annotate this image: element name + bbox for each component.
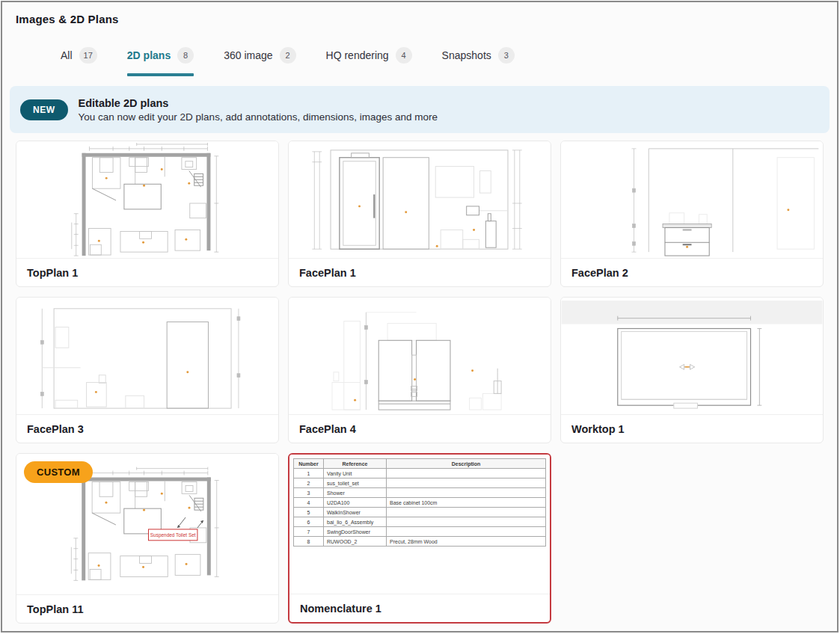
cell-reference: RUWOOD_2 (324, 537, 387, 547)
suspended-toilet-annotation: Suspended Toilet Set (148, 517, 203, 541)
table-row: 4 U2DA100 Base cabinet 100cm (294, 498, 546, 508)
cell-number: 2 (294, 478, 324, 488)
cell-reference: U2DA100 (324, 498, 387, 508)
faceplan-3-label-bar: FacePlan 3 (16, 414, 278, 443)
faceplan-4-thumbnail (289, 298, 551, 414)
cell-number: 6 (294, 517, 324, 527)
tab-snapshots-count-badge: 3 (498, 47, 515, 64)
cell-description (387, 527, 546, 537)
faceplan-2-thumbnail (561, 141, 823, 258)
topplan-1-drawing (16, 141, 278, 258)
faceplan-4-label-bar: FacePlan 4 (289, 414, 551, 443)
card-faceplan-1[interactable]: FacePlan 1 (288, 141, 551, 287)
tab-snapshots[interactable]: Snapshots 3 (442, 47, 515, 64)
tab-all-count-badge: 17 (79, 47, 97, 64)
cell-number: 7 (294, 527, 324, 537)
cell-number: 8 (294, 537, 324, 547)
card-faceplan-2[interactable]: FacePlan 2 (560, 141, 824, 287)
cell-reference: sus_toilet_set (324, 478, 387, 488)
new-badge: NEW (20, 99, 68, 120)
cell-reference: WalkInShower (324, 508, 387, 517)
tab-2d-plans-count-badge: 8 (177, 47, 194, 64)
card-topplan-1[interactable]: TopPlan 1 (16, 141, 279, 287)
faceplan-2-drawing (561, 141, 823, 258)
topplan-1-label-bar: TopPlan 1 (16, 258, 278, 286)
tab-all[interactable]: All 17 (61, 47, 97, 64)
nomenclature-1-label: Nomenclature 1 (300, 603, 381, 615)
table-row: 7 SwingDoorShower (294, 527, 546, 537)
faceplan-3-drawing (16, 298, 278, 414)
card-faceplan-3[interactable]: FacePlan 3 (16, 297, 279, 443)
cell-description (387, 508, 546, 517)
faceplan-2-label-bar: FacePlan 2 (561, 258, 823, 286)
cell-description (387, 469, 546, 478)
worktop-1-label: Worktop 1 (571, 423, 625, 435)
tab-hq-rendering-label: HQ rendering (326, 49, 389, 61)
faceplan-3-label: FacePlan 3 (27, 423, 84, 435)
tab-360-image-label: 360 image (224, 49, 272, 61)
images-and-2d-plans-panel: Images & 2D Plans All 17 2D plans 8 360 … (1, 1, 839, 633)
cell-number: 5 (294, 508, 324, 517)
banner-texts: Editable 2D plans You can now edit your … (79, 97, 438, 123)
suspended-toilet-annotation-text: Suspended Toilet Set (150, 532, 196, 538)
cell-number: 1 (294, 469, 324, 478)
worktop-1-label-bar: Worktop 1 (561, 414, 823, 443)
table-row: 3 Shower (294, 488, 546, 498)
nomenclature-header-row: Number Reference Description (294, 459, 546, 469)
faceplan-2-label: FacePlan 2 (571, 267, 628, 279)
cell-reference: Vanity Unit (324, 469, 387, 478)
faceplan-1-drawing (289, 141, 551, 258)
tab-2d-plans[interactable]: 2D plans 8 (127, 47, 194, 64)
nomenclature-header-reference: Reference (324, 459, 387, 469)
nomenclature-1-thumbnail: Number Reference Description 1 Vanity Un… (289, 455, 550, 594)
nomenclature-1-label-bar: Nomenclature 1 (289, 594, 550, 622)
cell-description (387, 517, 546, 527)
cell-number: 4 (294, 498, 324, 508)
tab-all-label: All (61, 49, 73, 61)
table-row: 5 WalkInShower (294, 508, 546, 517)
cell-reference: SwingDoorShower (324, 527, 387, 537)
tab-2d-plans-label: 2D plans (127, 49, 171, 61)
nomenclature-header-number: Number (294, 459, 324, 469)
faceplan-3-thumbnail (16, 298, 278, 414)
card-worktop-1[interactable]: Worktop 1 (560, 297, 824, 443)
card-topplan-11[interactable]: CUSTOM (16, 453, 279, 624)
tab-snapshots-label: Snapshots (442, 49, 491, 61)
tab-360-image[interactable]: 360 image 2 (224, 47, 295, 64)
tab-hq-rendering-count-badge: 4 (396, 47, 412, 64)
cell-description (387, 488, 546, 498)
tab-360-image-count-badge: 2 (280, 47, 296, 64)
faceplan-1-thumbnail (289, 141, 551, 258)
cell-reference: Shower (324, 488, 387, 498)
nomenclature-table: Number Reference Description 1 Vanity Un… (293, 458, 546, 547)
banner-title: Editable 2D plans (79, 97, 438, 109)
faceplan-4-label: FacePlan 4 (299, 423, 356, 435)
empty-grid-cell (560, 453, 824, 624)
table-row: 1 Vanity Unit (294, 469, 546, 478)
cell-description: Base cabinet 100cm (387, 498, 546, 508)
topplan-11-label: TopPlan 11 (27, 603, 83, 615)
tab-hq-rendering[interactable]: HQ rendering 4 (326, 47, 412, 64)
banner-description: You can now edit your 2D plans, add anno… (79, 111, 438, 123)
nomenclature-header-description: Description (387, 459, 546, 469)
plans-grid: TopPlan 1 (2, 133, 837, 624)
worktop-1-thumbnail (561, 298, 823, 414)
custom-badge: CUSTOM (24, 461, 93, 483)
cell-description: Precut, 28mm Wood (387, 537, 546, 547)
cell-number: 3 (294, 488, 324, 498)
faceplan-1-label-bar: FacePlan 1 (289, 258, 551, 286)
tab-bar: All 17 2D plans 8 360 image 2 HQ renderi… (61, 45, 837, 66)
topplan-1-thumbnail (16, 141, 278, 258)
worktop-1-drawing (561, 298, 823, 414)
card-faceplan-4[interactable]: FacePlan 4 (288, 297, 551, 443)
card-nomenclature-1[interactable]: Number Reference Description 1 Vanity Un… (288, 453, 551, 624)
topplan-1-label: TopPlan 1 (27, 267, 78, 279)
editable-plans-banner: NEW Editable 2D plans You can now edit y… (10, 86, 830, 133)
cell-description (387, 478, 546, 488)
topplan-11-label-bar: TopPlan 11 (16, 594, 278, 623)
faceplan-1-label: FacePlan 1 (299, 267, 356, 279)
faceplan-4-drawing (289, 298, 551, 414)
page-title: Images & 2D Plans (2, 2, 837, 25)
table-row: 8 RUWOOD_2 Precut, 28mm Wood (294, 537, 546, 547)
table-row: 2 sus_toilet_set (294, 478, 546, 488)
